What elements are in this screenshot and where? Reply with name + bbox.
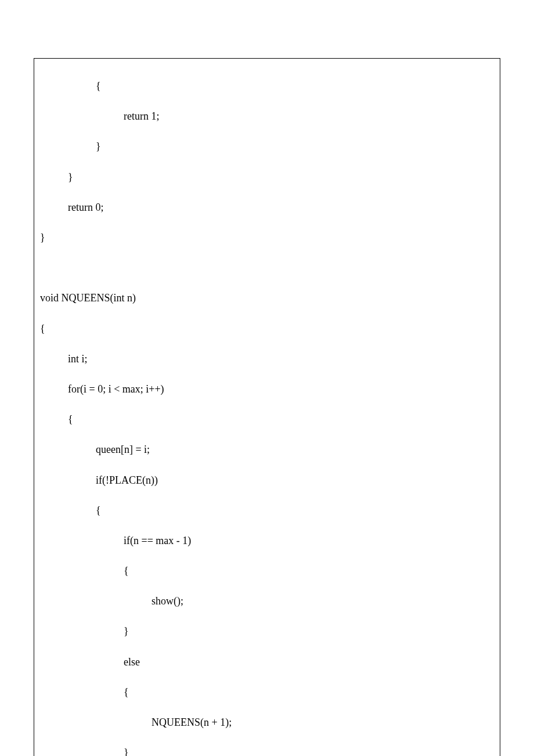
code-line: { <box>40 563 494 578</box>
code-line: void NQUEENS(int n) <box>40 290 494 305</box>
code-line: { <box>40 503 494 518</box>
code-line: { <box>40 412 494 427</box>
code-line: if(!PLACE(n)) <box>40 473 494 488</box>
code-line: } <box>40 624 494 639</box>
code-line: return 0; <box>40 200 494 215</box>
code-line: for(i = 0; i < max; i++) <box>40 381 494 397</box>
code-line: } <box>40 170 494 185</box>
code-line: NQUEENS(n + 1); <box>40 715 494 730</box>
document-page: { return 1; } } return 0; } void NQUEENS… <box>0 0 534 756</box>
code-line: { <box>40 685 494 700</box>
code-line: } <box>40 230 494 245</box>
code-line: if(n == max - 1) <box>40 533 494 548</box>
code-line: { <box>40 78 494 93</box>
code-line: else <box>40 654 494 669</box>
code-line: int i; <box>40 351 494 366</box>
code-block: { return 1; } } return 0; } void NQUEENS… <box>34 58 500 756</box>
code-line: } <box>40 745 494 756</box>
code-line <box>40 260 494 275</box>
code-line: queen[n] = i; <box>40 442 494 457</box>
code-line: show(); <box>40 593 494 609</box>
code-line: } <box>40 139 494 154</box>
code-line: return 1; <box>40 109 494 124</box>
code-line: { <box>40 321 494 336</box>
